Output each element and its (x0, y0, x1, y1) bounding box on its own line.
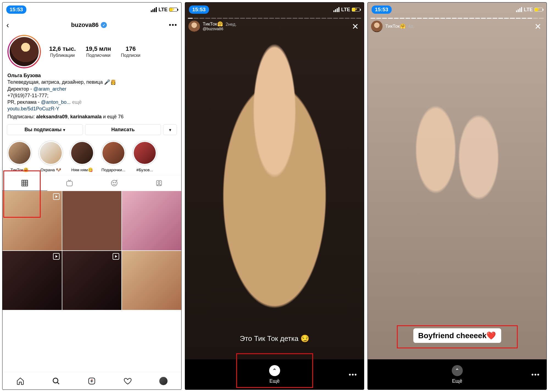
highlight-label: Ням ням😋 (69, 167, 95, 172)
highlight-label: #Бузов... (132, 167, 158, 172)
profile-picture[interactable] (7, 35, 41, 68)
story-progress (370, 18, 544, 19)
story-caption-pill: Boyfriend cheeeek❤️ (413, 328, 501, 343)
tab-grid[interactable] (2, 175, 47, 191)
message-button[interactable]: Написать (85, 124, 161, 135)
story-header: ТикТок🤗4д. ✕ (371, 21, 543, 32)
highlight-tiktok[interactable]: ТикТок🤗 (6, 141, 33, 172)
status-time: 15:53 (372, 5, 392, 14)
bio-pr-mention[interactable]: @anton_bo... (41, 99, 71, 105)
story-screen-1: 15:53 LTE ⚡ ТикТок🤗2нед. @buzova86 ✕ Это… (185, 2, 364, 390)
feed-post[interactable] (2, 251, 62, 310)
status-right: LTE ⚡ (333, 7, 360, 13)
network-label: LTE (158, 7, 168, 13)
feed-post[interactable] (62, 191, 122, 250)
stat-followers-label: Подписчики (86, 53, 111, 58)
app-tabbar (2, 372, 181, 390)
suggested-button[interactable]: ▾ (163, 124, 177, 135)
swipe-up-button[interactable]: ⌃ Ещё (269, 365, 280, 384)
story-age: 2нед. (226, 22, 237, 27)
story-more-button[interactable]: ••• (349, 371, 357, 379)
bio-line1: Телеведущая, актриса, дизайнер, певица 🎤… (7, 79, 176, 85)
close-button[interactable]: ✕ (350, 21, 361, 32)
highlight-gifts[interactable]: Подарочки... (100, 141, 127, 172)
tab-igtv[interactable] (47, 175, 92, 191)
search-icon[interactable] (52, 377, 60, 385)
bio-director-mention[interactable]: @aram_archer (33, 86, 66, 92)
bio-more[interactable]: ещё (71, 99, 82, 105)
close-button[interactable]: ✕ (532, 21, 543, 32)
following-button[interactable]: Вы подписаны▾ (7, 124, 83, 135)
story-footer: ⌃ Ещё ••• (185, 359, 364, 390)
story-highlight-name: ТикТок🤗 (203, 22, 223, 27)
battery-icon: ⚡ (534, 8, 543, 12)
stat-following[interactable]: 176 Подписки (121, 45, 140, 58)
profile-tab-icon[interactable] (159, 377, 168, 385)
highlight-label: Охрана 🐶 (38, 167, 64, 172)
feed-post[interactable] (62, 251, 122, 310)
bio-pr: PR, реклама - @anton_bo... ещё (7, 99, 176, 105)
video-badge-icon (53, 253, 60, 260)
story-handle[interactable]: @buzova86 (203, 27, 237, 31)
bio-director: Директор - @aram_archer (7, 86, 176, 92)
story-progress (188, 18, 361, 19)
stat-followers-value: 19,5 млн (86, 45, 111, 52)
stat-following-value: 176 (121, 45, 140, 52)
stat-followers[interactable]: 19,5 млн Подписчики (86, 45, 111, 58)
swipe-up-label: Ещё (269, 378, 280, 384)
story-footer: ⌃ Ещё ••• (368, 359, 547, 390)
story-avatar[interactable] (371, 21, 383, 32)
feed-post[interactable] (122, 251, 181, 310)
new-post-icon[interactable] (88, 377, 96, 385)
svg-point-12 (158, 181, 160, 183)
highlight-food[interactable]: Ням ням😋 (69, 141, 95, 172)
svg-rect-5 (67, 181, 73, 186)
highlight-label: Подарочки... (100, 167, 127, 172)
story-age: 4д. (408, 24, 415, 29)
svg-point-6 (111, 180, 117, 186)
tab-tagged[interactable] (136, 175, 181, 191)
profile-more-button[interactable]: ••• (169, 21, 177, 29)
status-right: LTE ⚡ (516, 7, 543, 13)
story-content[interactable] (185, 2, 364, 390)
bio-site-link[interactable]: youtu.be/5d1PoCuzR-Y (7, 105, 176, 112)
story-more-button[interactable]: ••• (531, 371, 540, 379)
swipe-up-button[interactable]: ⌃ Ещё (452, 365, 463, 384)
battery-icon: ⚡ (352, 8, 360, 12)
highlight-guard[interactable]: Охрана 🐶 (38, 141, 64, 172)
story-avatar[interactable] (188, 21, 200, 32)
stat-posts[interactable]: 12,6 тыс. Публикации (49, 45, 76, 58)
network-label: LTE (341, 7, 350, 13)
profile-stats: 12,6 тыс. Публикации 19,5 млн Подписчики… (49, 45, 176, 58)
home-icon[interactable] (16, 377, 24, 385)
svg-point-8 (115, 182, 115, 183)
highlight-buzova[interactable]: #Бузов... (132, 141, 158, 172)
feed-post[interactable] (122, 191, 181, 250)
svg-point-13 (53, 378, 58, 383)
network-label: LTE (524, 7, 533, 13)
profile-bio: Ольга Бузова Телеведущая, актриса, дизай… (2, 68, 181, 120)
bio-followed-by[interactable]: Подписаны: aleksandra09, karinakamala и … (7, 113, 176, 120)
svg-rect-0 (22, 180, 28, 186)
feed-tabs (2, 175, 181, 191)
story-screen-2: 15:53 LTE ⚡ ТикТок🤗4д. ✕ Boyfriend cheee… (367, 2, 547, 390)
profile-username: buzova86 (71, 21, 99, 29)
bio-name: Ольга Бузова (7, 72, 176, 79)
chevron-up-icon: ⌃ (269, 365, 280, 376)
tab-effects[interactable] (92, 175, 137, 191)
chevron-down-icon: ▾ (169, 128, 171, 132)
story-caption: Это Тик Ток детка 😏 (240, 334, 309, 343)
back-button[interactable]: ‹ (6, 20, 9, 30)
chevron-up-icon: ⌃ (452, 365, 463, 376)
profile-screen: 15:53 LTE ⚡ ‹ buzova86 ✓ ••• 12,6 тыс. П… (2, 2, 182, 390)
signal-icon (516, 7, 522, 12)
feed-post[interactable] (2, 191, 62, 250)
profile-title: buzova86 ✓ (71, 21, 107, 29)
activity-heart-icon[interactable] (124, 377, 132, 385)
highlights-tray[interactable]: ТикТок🤗 Охрана 🐶 Ням ням😋 Подарочки... #… (2, 135, 181, 175)
stat-posts-value: 12,6 тыс. (49, 45, 76, 52)
status-bar: 15:53 LTE ⚡ (185, 2, 364, 17)
stat-posts-label: Публикации (49, 53, 76, 58)
svg-line-10 (117, 180, 117, 181)
svg-line-14 (57, 382, 59, 384)
